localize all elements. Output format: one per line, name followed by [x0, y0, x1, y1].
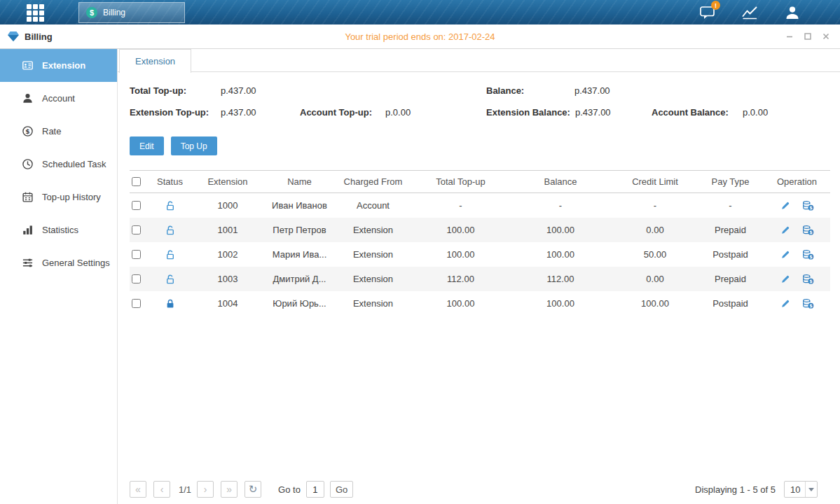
table-row[interactable]: 1004 Юрий Юрь... Extension 100.00 100.00…: [130, 291, 830, 316]
edit-icon[interactable]: [780, 200, 791, 211]
topup-icon[interactable]: $: [802, 200, 814, 211]
page-size-select[interactable]: 10: [784, 481, 818, 498]
sidebar-item-general-settings[interactable]: General Settings: [0, 246, 117, 279]
account-icon: [21, 92, 34, 105]
row-checkbox-cell: [130, 299, 151, 308]
extension-topup-value: p.437.00: [221, 107, 256, 118]
close-button[interactable]: [820, 31, 832, 42]
edit-icon[interactable]: [780, 298, 791, 309]
first-page-icon[interactable]: «: [130, 481, 146, 498]
select-all-checkbox[interactable]: [132, 177, 141, 186]
next-page-icon[interactable]: ›: [197, 481, 214, 498]
topbar-billing-tab[interactable]: $ Billing: [78, 2, 185, 23]
prev-page-icon[interactable]: ‹: [153, 481, 170, 498]
sidebar-item-statistics[interactable]: Statistics: [0, 214, 117, 246]
sidebar-item-label: Top-up History: [42, 192, 101, 202]
cell-balance: -: [508, 200, 613, 211]
row-checkbox[interactable]: [132, 250, 141, 259]
reports-button[interactable]: [741, 4, 759, 22]
window-controls: [784, 24, 832, 48]
minimize-icon: [785, 32, 794, 41]
cell-total-topup: 100.00: [413, 249, 508, 260]
table-body: 1000 Иван Иванов Account - - - - $ 1001 …: [130, 193, 830, 316]
tab-extension[interactable]: Extension: [119, 49, 191, 73]
top-up-button[interactable]: Top Up: [171, 136, 217, 155]
chevron-down-icon: [805, 482, 817, 497]
cell-balance: 112.00: [508, 274, 613, 284]
row-checkbox-cell: [130, 225, 151, 234]
table-row[interactable]: 1001 Петр Петров Extension 100.00 100.00…: [130, 218, 830, 242]
notification-badge: !: [711, 1, 720, 10]
account-topup-value: p.0.00: [385, 107, 411, 118]
unlocked-icon: [165, 225, 176, 236]
row-checkbox[interactable]: [132, 225, 141, 234]
cell-total-topup: 100.00: [413, 225, 508, 235]
balance-value: p.437.00: [574, 85, 610, 96]
minimize-button[interactable]: [784, 31, 795, 42]
edit-button[interactable]: Edit: [130, 136, 164, 155]
cell-name: Петр Петров: [266, 225, 333, 235]
cell-credit-limit: 100.00: [613, 298, 697, 309]
edit-icon[interactable]: [780, 225, 791, 235]
topup-icon[interactable]: $: [802, 225, 814, 236]
sidebar-item-extension[interactable]: Extension: [0, 49, 117, 82]
goto-label: Go to: [278, 484, 301, 495]
table-row[interactable]: 1002 Мария Ива... Extension 100.00 100.0…: [130, 242, 830, 267]
row-checkbox[interactable]: [132, 274, 141, 284]
select-all-cell: [130, 177, 151, 186]
cell-operation: $: [764, 200, 830, 211]
account-balance-label: Account Balance:: [652, 107, 729, 118]
sidebar-item-label: Account: [42, 93, 75, 104]
extension-module-icon: [21, 59, 34, 72]
row-checkbox[interactable]: [132, 201, 141, 210]
cell-name: Мария Ива...: [266, 249, 333, 260]
row-checkbox-cell: [130, 250, 151, 259]
close-icon: [822, 32, 830, 41]
sidebar-item-rate[interactable]: $ Rate: [0, 115, 117, 148]
cell-name: Иван Иванов: [266, 200, 333, 211]
row-checkbox[interactable]: [132, 299, 141, 308]
edit-icon[interactable]: [780, 274, 791, 284]
table-row[interactable]: 1000 Иван Иванов Account - - - - $: [130, 193, 830, 218]
topup-icon[interactable]: $: [802, 298, 814, 309]
cell-name: Юрий Юрь...: [266, 298, 333, 309]
notifications-button[interactable]: !: [698, 4, 717, 22]
column-header-pay-type: Pay Type: [697, 176, 764, 187]
user-account-button[interactable]: [783, 4, 801, 22]
tab-strip: Extension: [118, 49, 840, 72]
last-page-icon[interactable]: »: [221, 481, 237, 498]
sidebar-item-account[interactable]: Account: [0, 82, 117, 115]
sidebar-item-label: Scheduled Task: [42, 159, 106, 169]
cell-balance: 100.00: [508, 249, 613, 260]
rate-icon: $: [21, 125, 34, 138]
sidebar-item-top-up-history[interactable]: Top-up History: [0, 181, 117, 214]
refresh-icon[interactable]: ↻: [245, 481, 261, 498]
cell-pay-type: Prepaid: [697, 274, 764, 284]
cell-balance: 100.00: [508, 298, 613, 309]
edit-icon[interactable]: [780, 249, 791, 260]
account-balance-value: p.0.00: [743, 107, 768, 118]
page-indicator: 1/1: [179, 484, 191, 495]
app-title: Billing: [7, 24, 53, 48]
cell-status: [151, 298, 189, 309]
apps-menu-icon[interactable]: [27, 4, 44, 22]
go-button[interactable]: Go: [330, 481, 353, 498]
topup-icon[interactable]: $: [802, 274, 814, 285]
cell-status: [151, 274, 189, 285]
cell-credit-limit: 0.00: [613, 274, 697, 284]
cell-status: [151, 249, 189, 260]
maximize-button[interactable]: [802, 31, 813, 42]
sidebar-item-scheduled-task[interactable]: Scheduled Task: [0, 148, 117, 181]
tab-label: Extension: [135, 56, 175, 66]
cell-pay-type: Postpaid: [697, 249, 764, 260]
table-row[interactable]: 1003 Дмитрий Д... Extension 112.00 112.0…: [130, 267, 830, 291]
extension-balance-value: p.437.00: [575, 107, 611, 118]
svg-text:$: $: [809, 279, 813, 284]
goto-page-input[interactable]: [306, 481, 324, 498]
sidebar-nav: Extension Account $ Rate Scheduled Task …: [0, 49, 118, 504]
column-header-credit-limit: Credit Limit: [613, 176, 697, 187]
cell-pay-type: Postpaid: [697, 298, 764, 309]
svg-text:$: $: [809, 303, 813, 309]
cell-charged-from: Extension: [333, 249, 413, 260]
topup-icon[interactable]: $: [802, 249, 814, 260]
